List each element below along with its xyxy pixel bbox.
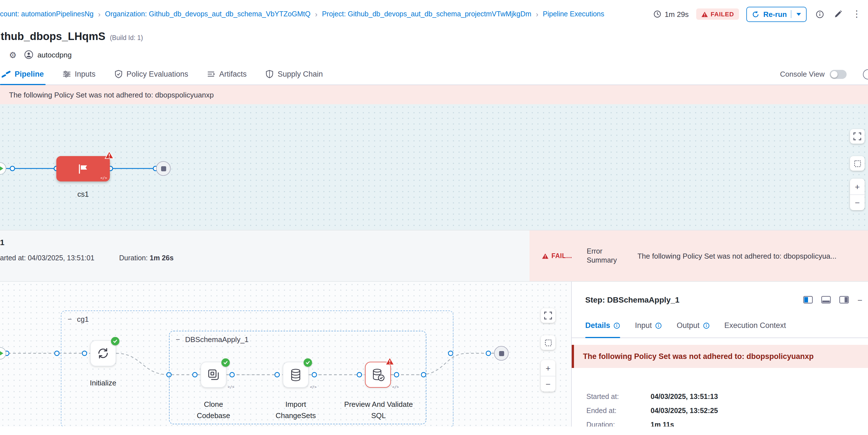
breadcrumb-pipeline-executions[interactable]: Pipeline Executions bbox=[543, 10, 604, 18]
tab-label: Policy Evaluations bbox=[126, 70, 188, 78]
tab-label: Output bbox=[677, 321, 700, 330]
panel-tab-execution-context[interactable]: Execution Context bbox=[724, 313, 786, 338]
sync-icon bbox=[96, 346, 110, 360]
rerun-button[interactable]: Re-run bbox=[746, 6, 807, 22]
rerun-label: Re-run bbox=[763, 10, 787, 18]
stage-node-label: cs1 bbox=[56, 190, 110, 198]
panel-title: Step: DBSchemaApply_1 bbox=[585, 295, 680, 304]
step-label-preview-validate-sql: Preview And Validate SQL bbox=[342, 399, 415, 422]
tab-label: Details bbox=[585, 321, 610, 330]
warning-badge-icon bbox=[105, 151, 114, 159]
info-icon bbox=[655, 322, 662, 329]
zoom-out-button[interactable]: − bbox=[850, 194, 865, 210]
zoom-in-button[interactable]: + bbox=[850, 179, 865, 194]
stage-graph-connectors bbox=[0, 104, 868, 230]
info-icon[interactable] bbox=[814, 8, 825, 20]
step-node-import-changesets[interactable]: </> bbox=[283, 362, 309, 388]
panel-tab-bar: Details Input Output bbox=[572, 313, 868, 338]
layout-bottom-pane-icon[interactable] bbox=[821, 296, 831, 304]
gear-icon[interactable]: ⚙ bbox=[9, 51, 17, 59]
run-duration: 1m 29s bbox=[653, 10, 689, 18]
database-icon bbox=[289, 368, 302, 382]
step-group-label: DBSchemaApply_1 bbox=[185, 335, 248, 344]
tab-inputs[interactable]: Inputs bbox=[61, 64, 97, 85]
breadcrumb-organization[interactable]: Organization: Github_db_devops_aut_db_sc… bbox=[105, 10, 311, 18]
detail-row-ended: Ended at: 04/03/2025, 13:52:25 bbox=[586, 407, 868, 415]
started-value: 04/03/2025, 13:51:01 bbox=[28, 254, 94, 262]
step-node-preview-validate-sql[interactable]: </> bbox=[365, 362, 391, 388]
breadcrumb-account[interactable]: count: automationPipelinesNg bbox=[0, 10, 93, 18]
expand-graph-button[interactable] bbox=[850, 129, 865, 144]
code-icon: </> bbox=[100, 176, 107, 180]
warning-icon bbox=[701, 11, 708, 17]
execution-start-node[interactable] bbox=[0, 347, 6, 360]
stage-summary-bar: 1 arted at: 04/03/2025, 13:51:01 Duratio… bbox=[0, 230, 868, 281]
stage-info: 1 arted at: 04/03/2025, 13:51:01 Duratio… bbox=[0, 230, 529, 281]
console-view-label: Console View bbox=[780, 70, 825, 78]
main-tab-bar: Pipeline Inputs Policy Evaluations Artif… bbox=[0, 64, 868, 85]
console-view-toggle[interactable] bbox=[830, 70, 846, 79]
panel-tab-output[interactable]: Output bbox=[677, 313, 710, 338]
duration-label: Duration: bbox=[119, 254, 148, 262]
run-meta: 1m 29s FAILED Re-run bbox=[646, 6, 862, 22]
status-badge-text: FAILED bbox=[711, 11, 734, 18]
detail-value: 04/03/2025, 13:52:25 bbox=[651, 407, 718, 415]
pipeline-start-node[interactable] bbox=[0, 162, 6, 175]
step-label-clone-codebase: Clone Codebase bbox=[191, 399, 236, 422]
clone-icon bbox=[207, 368, 220, 381]
top-bar: count: automationPipelinesNg › Organizat… bbox=[0, 0, 868, 28]
edit-pencil-icon[interactable] bbox=[833, 8, 844, 20]
breadcrumb-project[interactable]: Project: Github_db_devops_aut_db_schema_… bbox=[322, 10, 531, 18]
panel-tab-details[interactable]: Details bbox=[585, 313, 620, 338]
step-details-panel: Step: DBSchemaApply_1 − Details bbox=[571, 282, 868, 427]
execution-end-node bbox=[494, 346, 508, 361]
collapse-icon[interactable]: − bbox=[68, 315, 72, 323]
step-detail-rows: Started at: 04/03/2025, 13:51:13 Ended a… bbox=[572, 393, 868, 427]
caret-down-icon bbox=[797, 13, 801, 15]
tab-pipeline[interactable]: Pipeline bbox=[0, 64, 45, 85]
detail-row-duration: Duration: 1m 11s bbox=[586, 421, 868, 427]
minimize-panel-icon[interactable]: − bbox=[857, 296, 862, 304]
layout-left-pane-icon[interactable] bbox=[803, 296, 813, 304]
tab-artifacts[interactable]: Artifacts bbox=[205, 64, 248, 85]
selection-tool-button[interactable] bbox=[850, 156, 865, 171]
page-title: ithub_dbops_LHqmS bbox=[0, 30, 105, 43]
duration-value: 1m 26s bbox=[150, 254, 174, 262]
play-icon bbox=[0, 350, 3, 356]
zoom-out-button[interactable]: − bbox=[541, 376, 555, 392]
zoom-in-button[interactable]: + bbox=[541, 360, 555, 376]
page-header: ithub_dbops_LHqmS (Build Id: 1) ⚙ autocd… bbox=[0, 28, 868, 59]
shield-check-icon bbox=[114, 70, 123, 78]
detail-value: 04/03/2025, 13:51:13 bbox=[651, 393, 718, 401]
error-summary-label: Error Summary bbox=[587, 247, 623, 265]
tab-supply-chain[interactable]: Supply Chain bbox=[264, 64, 325, 85]
started-at: arted at: 04/03/2025, 13:51:01 bbox=[0, 254, 94, 262]
selection-tool-button[interactable] bbox=[541, 335, 555, 350]
pipeline-execution-page: count: automationPipelinesNg › Organizat… bbox=[0, 0, 868, 435]
tab-label: Pipeline bbox=[14, 70, 44, 78]
warning-badge-icon bbox=[385, 357, 394, 365]
refresh-icon bbox=[752, 10, 759, 18]
tab-label: Execution Context bbox=[724, 321, 786, 330]
step-node-initialize[interactable] bbox=[90, 340, 116, 366]
collapse-icon[interactable]: − bbox=[176, 336, 180, 343]
success-check-icon bbox=[221, 359, 230, 367]
pipeline-end-node bbox=[156, 161, 171, 176]
run-duration-text: 1m 29s bbox=[665, 10, 689, 18]
info-icon bbox=[614, 322, 620, 329]
step-label-initialize: Initialize bbox=[81, 377, 126, 389]
breadcrumb: count: automationPipelinesNg › Organizat… bbox=[0, 10, 604, 18]
detail-row-started: Started at: 04/03/2025, 13:51:13 bbox=[586, 393, 868, 401]
inputs-icon bbox=[63, 70, 71, 78]
layout-right-pane-icon[interactable] bbox=[839, 296, 849, 304]
fail-chip-text: FAIL... bbox=[552, 252, 572, 259]
step-node-clone-codebase[interactable]: </> bbox=[200, 362, 226, 388]
expand-graph-button[interactable] bbox=[541, 308, 555, 323]
stage-node-cs1[interactable]: </> bbox=[56, 156, 110, 181]
stage-name: 1 bbox=[0, 238, 524, 247]
panel-tab-input[interactable]: Input bbox=[635, 313, 662, 338]
kebab-menu-icon[interactable]: ⋮ bbox=[851, 8, 862, 20]
chevron-right-icon: › bbox=[98, 10, 100, 18]
code-icon: </> bbox=[310, 385, 317, 390]
tab-policy-evaluations[interactable]: Policy Evaluations bbox=[112, 64, 190, 85]
